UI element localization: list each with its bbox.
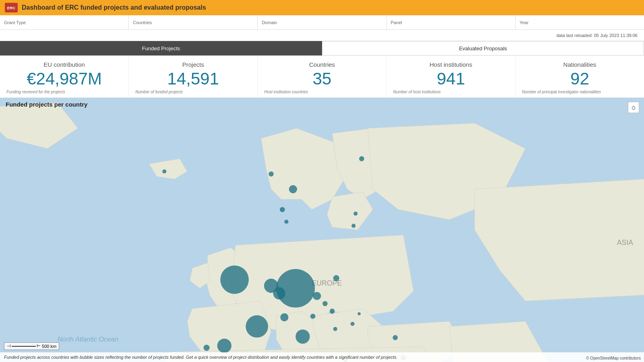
bubble-hungary[interactable]: [330, 309, 335, 314]
bubble-latvia[interactable]: [353, 212, 357, 216]
stat-host-desc: Number of host institutions: [393, 88, 509, 94]
stat-nat-value: 92: [522, 70, 638, 88]
panel-filter[interactable]: Panel: [387, 15, 516, 29]
bubble-poland[interactable]: [333, 275, 339, 281]
panel-label: Panel: [391, 20, 511, 25]
bubble-slovenia[interactable]: [310, 314, 316, 319]
domain-label: Domain: [262, 20, 382, 25]
bubble-denmark2[interactable]: [285, 220, 289, 224]
stat-projects-desc: Number of funded projects: [135, 88, 251, 94]
reload-info: data last reloaded: 05 July 2023 11:39:0…: [0, 30, 644, 41]
bubble-italy[interactable]: [295, 329, 310, 343]
scale-bar: ⊣⊢ 500 km: [4, 342, 59, 350]
tab-funded-projects[interactable]: Funded Projects: [0, 41, 322, 56]
stat-countries-title: Countries: [264, 61, 380, 68]
stat-nationalities: Nationalities 92 Number of principal inv…: [516, 56, 644, 97]
bubble-romania[interactable]: [351, 322, 355, 326]
page-title: Dashboard of ERC funded projects and eva…: [22, 4, 206, 11]
stat-eu-contribution-desc: Funding received for the projects: [6, 88, 122, 94]
bubble-turkey[interactable]: [393, 335, 398, 340]
year-filter[interactable]: Year: [516, 15, 644, 29]
asia-label: ASIA: [617, 239, 633, 247]
grant-type-label: Grant Type: [4, 20, 124, 25]
grant-type-filter[interactable]: Grant Type: [0, 15, 129, 29]
home-icon: ⌂: [632, 104, 636, 111]
stat-nat-desc: Number of principal investigator nationa…: [522, 88, 638, 94]
stat-projects: Projects 14,591 Number of funded project…: [129, 56, 258, 97]
map-title: Funded projects per country: [6, 101, 87, 108]
bubble-iceland[interactable]: [162, 169, 166, 173]
bubble-switzerland[interactable]: [280, 313, 288, 321]
stat-projects-value: 14,591: [135, 70, 251, 88]
year-label: Year: [520, 20, 640, 25]
svg-text:ERC: ERC: [7, 6, 15, 10]
bubble-denmark[interactable]: [280, 207, 285, 212]
tabs: Funded Projects Evaluated Proposals: [0, 41, 644, 56]
map-section[interactable]: Funded projects per country ⌂: [0, 98, 644, 362]
stat-host-institutions: Host institutions 941 Number of host ins…: [387, 56, 516, 97]
filter-bar: Grant Type Countries Domain Panel Year: [0, 15, 644, 30]
bubble-moldova[interactable]: [357, 312, 361, 315]
stat-eu-contribution-value: €24,987M: [6, 70, 122, 88]
stat-host-title: Host institutions: [393, 61, 509, 68]
map-visualization[interactable]: North Atlantic Ocean ASIA EUROPE: [0, 98, 644, 362]
bubble-serbia[interactable]: [333, 327, 337, 331]
stat-eu-contribution: EU contribution €24,987M Funding receive…: [0, 56, 129, 97]
stat-eu-contribution-title: EU contribution: [6, 61, 122, 68]
stat-countries-desc: Host institution countries: [264, 88, 380, 94]
stat-nat-title: Nationalities: [522, 61, 638, 68]
bubble-lithuania[interactable]: [351, 224, 355, 228]
home-button[interactable]: ⌂: [628, 102, 639, 113]
bubble-belgium[interactable]: [273, 287, 285, 299]
domain-filter[interactable]: Domain: [258, 15, 386, 29]
bubble-france[interactable]: [246, 315, 268, 338]
bubble-austria[interactable]: [322, 301, 328, 306]
ocean-label: North Atlantic Ocean: [58, 335, 118, 343]
bubble-uk[interactable]: [220, 265, 249, 294]
bubble-czech[interactable]: [313, 292, 321, 300]
scale-label: ⊣⊢ 500 km: [4, 342, 59, 350]
bubble-norway[interactable]: [268, 171, 274, 177]
stat-countries: Countries 35 Host institution countries: [258, 56, 386, 97]
tab-evaluated-proposals[interactable]: Evaluated Proposals: [322, 41, 644, 56]
stat-countries-value: 35: [264, 70, 380, 88]
stat-projects-title: Projects: [135, 61, 251, 68]
osm-attribution: © OpenStreetMap contributors: [586, 356, 641, 360]
bubble-portugal[interactable]: [204, 345, 210, 351]
countries-label: Countries: [133, 20, 253, 25]
erc-logo: ERC: [5, 3, 18, 12]
stat-host-value: 941: [393, 70, 509, 88]
countries-filter[interactable]: Countries: [129, 15, 258, 29]
stats-row: EU contribution €24,987M Funding receive…: [0, 56, 644, 98]
bubble-finland[interactable]: [359, 156, 364, 161]
map-caption: Funded projects across countries with bu…: [0, 352, 644, 362]
header: ERC Dashboard of ERC funded projects and…: [0, 0, 644, 15]
bubble-spain[interactable]: [217, 339, 231, 353]
bubble-sweden[interactable]: [289, 185, 297, 193]
